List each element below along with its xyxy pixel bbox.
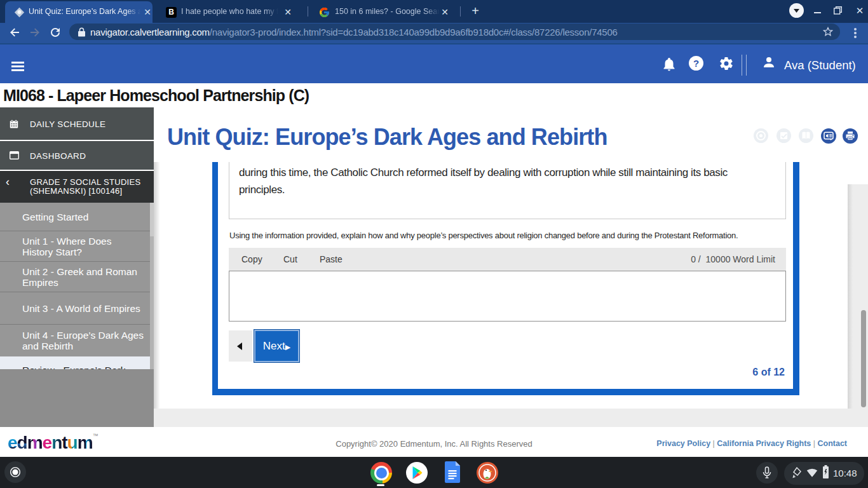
svg-text:?: ? xyxy=(693,58,699,69)
